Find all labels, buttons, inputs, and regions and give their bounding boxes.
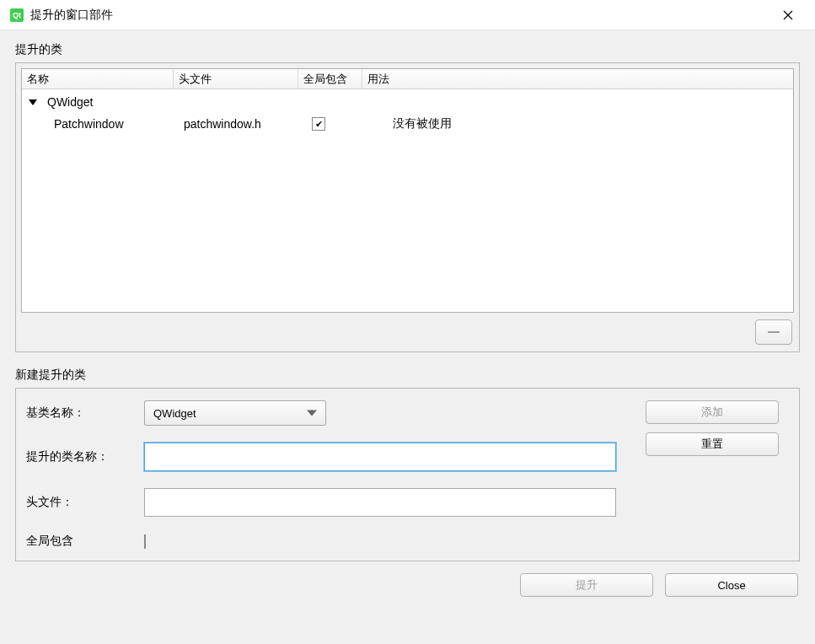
promoted-classes-label: 提升的类: [15, 42, 800, 57]
promoted-item-name: Patchwindow: [22, 117, 179, 131]
global-include-input[interactable]: [144, 534, 146, 549]
col-header-global[interactable]: 全局包含: [298, 69, 362, 89]
promoted-item-usage: 没有被使用: [367, 116, 793, 131]
close-icon[interactable]: [771, 0, 805, 30]
global-include-label: 全局包含: [26, 534, 144, 549]
qt-logo-icon: Qt: [10, 8, 24, 22]
header-file-input[interactable]: [144, 488, 616, 517]
chevron-down-icon: [307, 411, 317, 416]
promote-button[interactable]: 提升: [520, 573, 653, 597]
add-button[interactable]: 添加: [646, 400, 779, 424]
promoted-classes-tree[interactable]: 名称 头文件 全局包含 用法 QWidget Patchwindow patch…: [21, 68, 794, 313]
global-include-checkbox[interactable]: ✔: [312, 117, 325, 131]
promoted-name-input[interactable]: [144, 443, 616, 471]
tree-root-row[interactable]: QWidget: [22, 91, 793, 113]
base-class-label: 基类名称：: [26, 405, 144, 421]
root-class-name: QWidget: [42, 95, 98, 109]
new-promoted-class-label: 新建提升的类: [15, 368, 800, 383]
reset-button[interactable]: 重置: [646, 432, 779, 456]
window-title: 提升的窗口部件: [30, 8, 771, 23]
close-button[interactable]: Close: [665, 573, 798, 597]
promoted-classes-panel: 名称 头文件 全局包含 用法 QWidget Patchwindow patch…: [15, 62, 800, 352]
promoted-item-global: ✔: [303, 117, 367, 131]
tree-child-row[interactable]: Patchwindow patchwindow.h ✔ 没有被使用: [22, 113, 793, 135]
remove-button[interactable]: [755, 319, 792, 345]
base-class-combo[interactable]: QWidget: [144, 400, 326, 426]
col-header-name[interactable]: 名称: [22, 69, 174, 89]
promoted-name-label: 提升的类名称：: [26, 449, 144, 464]
promoted-item-header: patchwindow.h: [179, 117, 303, 131]
header-file-label: 头文件：: [26, 495, 144, 510]
base-class-value: QWidget: [153, 407, 196, 420]
expand-arrow-icon[interactable]: [29, 99, 37, 105]
col-header-usage[interactable]: 用法: [362, 69, 793, 89]
col-header-headerfile[interactable]: 头文件: [174, 69, 298, 89]
minus-icon: [768, 331, 780, 333]
new-promoted-class-panel: 基类名称： QWidget 提升的类名称： 头文件：: [15, 388, 800, 561]
titlebar: Qt 提升的窗口部件: [0, 0, 815, 30]
tree-header: 名称 头文件 全局包含 用法: [22, 69, 793, 89]
